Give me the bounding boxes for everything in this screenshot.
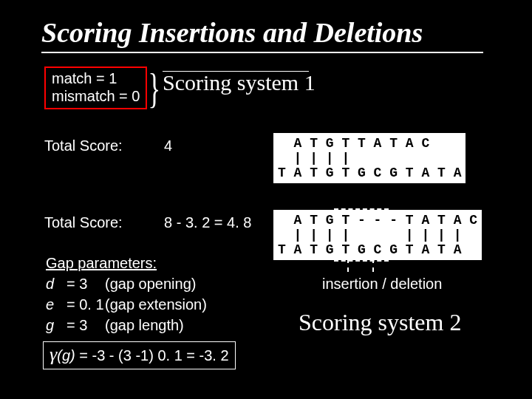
gap-param-g: g= 3(gap length) xyxy=(46,315,207,335)
slide-title: Scoring Insertions and Deletions xyxy=(41,16,423,49)
gap-d-desc: (gap opening) xyxy=(105,276,196,292)
gap-g-value: = 3 xyxy=(66,315,105,335)
slide-root: Scoring Insertions and Deletions match =… xyxy=(0,0,532,399)
gap-param-e: e= 0. 1(gap extension) xyxy=(46,294,207,315)
gap-e-desc: (gap extension) xyxy=(105,296,207,313)
brace-icon: } xyxy=(149,64,161,113)
gap-d-symbol: d xyxy=(46,273,66,294)
total-score-1-value: 4 xyxy=(164,137,172,154)
total-score-1-label: Total Score: xyxy=(44,137,123,154)
gap-g-symbol: g xyxy=(46,315,66,335)
alignment-1-row3: T A T G T G C G T A T A xyxy=(278,166,461,180)
match-line: match = 1 xyxy=(52,69,140,87)
alignment-1: A T G T T A T A C | | | | T A T G T G C … xyxy=(273,133,466,183)
alignment-1-row2: | | | | xyxy=(278,151,349,166)
gap-parameters-header: Gap parameters: xyxy=(46,253,207,273)
gap-parameters: Gap parameters: d= 3(gap opening) e= 0. … xyxy=(46,253,207,335)
gap-param-d: d= 3(gap opening) xyxy=(46,273,207,294)
mismatch-line: mismatch = 0 xyxy=(52,87,140,105)
gap-highlight-leg-left xyxy=(347,259,349,272)
gamma-symbol: γ xyxy=(50,344,57,365)
insertion-deletion-label: insertion / deletion xyxy=(322,276,442,293)
scoring-parameters-box: match = 1 mismatch = 0 xyxy=(44,66,147,109)
gap-d-value: = 3 xyxy=(66,273,105,294)
gap-e-symbol: e xyxy=(46,294,66,315)
total-score-2-value: 8 - 3. 2 = 4. 8 xyxy=(164,214,251,231)
gamma-expr: = -3 - (3 -1) 0. 1 = -3. 2 xyxy=(75,347,229,364)
gamma-formula-box: γ(g) = -3 - (3 -1) 0. 1 = -3. 2 xyxy=(43,341,236,369)
gamma-of-g: (g) xyxy=(57,347,75,364)
scoring-system-1-label: Scoring system 1 xyxy=(163,70,316,95)
scoring-system-2-label: Scoring system 2 xyxy=(299,309,461,336)
title-underline xyxy=(41,52,483,53)
alignment-1-row1: A T G T T A T A C xyxy=(278,136,429,151)
gap-g-desc: (gap length) xyxy=(105,317,184,333)
gap-highlight-box xyxy=(334,208,389,262)
gap-highlight-leg-right xyxy=(372,259,374,272)
gap-e-value: = 0. 1 xyxy=(66,294,105,315)
total-score-2-label: Total Score: xyxy=(44,214,123,231)
